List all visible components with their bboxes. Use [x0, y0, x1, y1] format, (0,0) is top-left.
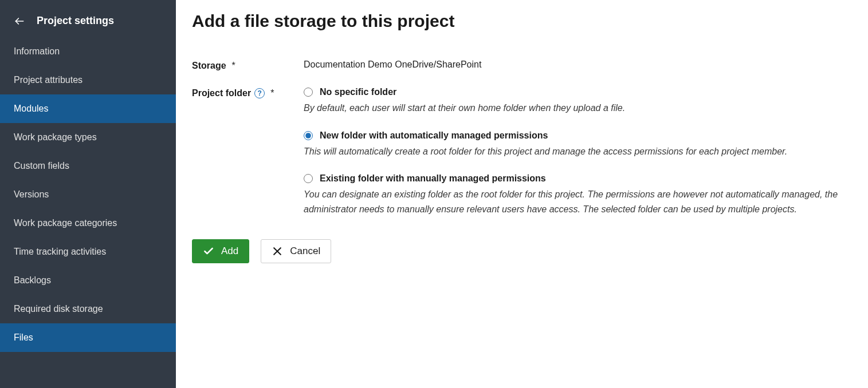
back-arrow-icon[interactable] [14, 15, 25, 27]
folder-option-label: New folder with automatically managed pe… [320, 130, 548, 141]
folder-option-label: No specific folder [320, 87, 396, 97]
folder-option-2: Existing folder with manually managed pe… [304, 173, 852, 216]
storage-value: Documentation Demo OneDrive/SharePoint [304, 60, 852, 70]
storage-label: Storage * [192, 60, 304, 71]
action-buttons: Add Cancel [192, 239, 852, 263]
sidebar-title: Project settings [37, 15, 114, 27]
sidebar-item-modules[interactable]: Modules [0, 94, 176, 123]
cancel-button[interactable]: Cancel [261, 239, 331, 263]
check-icon [203, 246, 214, 257]
folder-radio-group: No specific folderBy default, each user … [304, 87, 852, 216]
folder-option-0: No specific folderBy default, each user … [304, 87, 852, 116]
folder-radio-1[interactable] [304, 131, 313, 140]
add-button[interactable]: Add [192, 239, 249, 263]
folder-option-desc: This will automatically create a root fo… [304, 144, 852, 159]
sidebar-header: Project settings [0, 6, 176, 37]
sidebar-item-custom-fields[interactable]: Custom fields [0, 152, 176, 180]
folder-option-label: Existing folder with manually managed pe… [320, 173, 546, 184]
project-folder-row: Project folder ? * No specific folderBy … [192, 87, 852, 216]
folder-option-desc: By default, each user will start at thei… [304, 101, 852, 116]
close-icon [272, 246, 283, 257]
sidebar-item-backlogs[interactable]: Backlogs [0, 266, 176, 295]
sidebar-item-project-attributes[interactable]: Project attributes [0, 66, 176, 94]
sidebar: Project settings InformationProject attr… [0, 0, 176, 388]
sidebar-item-time-tracking-activities[interactable]: Time tracking activities [0, 237, 176, 266]
folder-option-desc: You can designate an existing folder as … [304, 187, 852, 216]
sidebar-item-information[interactable]: Information [0, 37, 176, 66]
folder-radio-2[interactable] [304, 174, 313, 183]
project-folder-label: Project folder ? * [192, 87, 304, 98]
page-title: Add a file storage to this project [192, 11, 852, 31]
sidebar-item-versions[interactable]: Versions [0, 180, 176, 209]
sidebar-item-work-package-categories[interactable]: Work package categories [0, 209, 176, 237]
storage-row: Storage * Documentation Demo OneDrive/Sh… [192, 60, 852, 71]
help-icon[interactable]: ? [254, 88, 265, 98]
main-content: Add a file storage to this project Stora… [176, 0, 868, 388]
sidebar-item-files[interactable]: Files [0, 323, 176, 352]
sidebar-item-required-disk-storage[interactable]: Required disk storage [0, 295, 176, 323]
sidebar-item-work-package-types[interactable]: Work package types [0, 123, 176, 152]
folder-option-1: New folder with automatically managed pe… [304, 130, 852, 159]
folder-radio-0[interactable] [304, 88, 313, 97]
